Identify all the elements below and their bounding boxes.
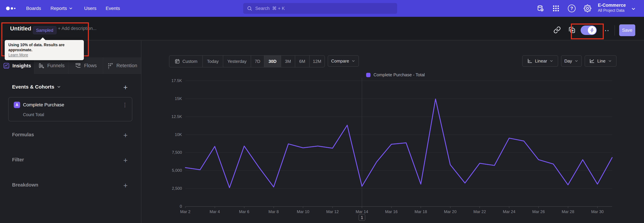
plus-glyph: + — [123, 131, 128, 140]
y-axis-label: 7,500 — [154, 150, 182, 155]
sampled-badge-label: Sampled — [36, 28, 53, 33]
chevron-down-icon — [608, 59, 612, 63]
lightning-bolt-icon — [590, 28, 594, 33]
segment-label: Today — [207, 59, 218, 64]
segment-label: 12M — [313, 59, 321, 64]
y-axis-label: 2,500 — [154, 186, 182, 191]
nav-item-users[interactable]: Users — [84, 0, 96, 17]
event-card[interactable]: A Complete Purchase Count Total ⋮ — [8, 97, 132, 121]
x-axis-label: Mar 18 — [409, 209, 432, 214]
tab-label: Insights — [12, 63, 31, 69]
add-event-button[interactable]: + — [122, 84, 129, 91]
y-axis-label: 0 — [154, 204, 182, 209]
linear-axis-icon — [527, 58, 533, 64]
nav-item-events[interactable]: Events — [106, 0, 120, 17]
x-axis-label: Mar 12 — [321, 209, 344, 214]
add-breakdown-button[interactable]: + — [122, 182, 129, 189]
event-name: Complete Purchase — [23, 102, 64, 107]
x-axis-label: Mar 16 — [380, 209, 403, 214]
range-3m[interactable]: 3M — [281, 56, 295, 67]
range-6m[interactable]: 6M — [295, 56, 309, 67]
gridline — [185, 188, 612, 189]
chevron-down-icon — [550, 59, 554, 63]
y-axis-label: 5,000 — [154, 168, 182, 173]
flows-icon — [75, 62, 81, 69]
learn-more-link[interactable]: Learn More — [8, 53, 28, 57]
project-switcher[interactable]: E-Commerce All Project Data — [598, 2, 626, 13]
range-7d[interactable]: 7D — [251, 56, 264, 67]
project-name: E-Commerce — [598, 2, 626, 8]
chart-type-dropdown[interactable]: Line — [585, 55, 616, 67]
add-description-button[interactable]: + Add description... — [58, 26, 96, 31]
data-management-icon[interactable] — [537, 5, 544, 12]
x-axis-tick — [244, 206, 244, 208]
overflow-menu-button[interactable]: ⋯ — [601, 26, 611, 35]
x-axis-label: Mar 6 — [232, 209, 256, 214]
gridline — [185, 206, 612, 207]
compare-button[interactable]: Compare — [328, 55, 359, 67]
save-button[interactable]: Save — [619, 24, 635, 36]
range-30d[interactable]: 30D — [264, 56, 281, 67]
x-axis-tick — [568, 206, 568, 208]
section-filter: Filter — [12, 157, 24, 163]
collapse-chevron-icon — [57, 85, 61, 89]
nav-item-boards[interactable]: Boards — [26, 0, 41, 17]
apps-grid-icon[interactable] — [552, 5, 560, 12]
scale-dropdown[interactable]: Linear — [522, 55, 558, 67]
help-icon[interactable]: ? — [568, 5, 576, 12]
add-filter-button[interactable]: + — [122, 157, 129, 164]
range-custom[interactable]: Custom — [170, 56, 202, 67]
events-cohorts-header[interactable]: Events & Cohorts — [12, 84, 61, 90]
x-axis-label: Mar 24 — [498, 209, 521, 214]
range-12m[interactable]: 12M — [309, 56, 324, 67]
gridline — [185, 135, 612, 135]
nav-item-label: Users — [84, 6, 96, 11]
nav-item-label: Reports — [50, 6, 67, 11]
segment-label: Yesterday — [228, 59, 247, 64]
y-axis-label: 17.5K — [154, 78, 182, 83]
search-input-wrapper[interactable] — [243, 3, 397, 14]
segment-label: Custom — [182, 59, 198, 64]
sampling-tooltip: Using 10% of data. Results are approxima… — [5, 40, 84, 60]
sampled-badge[interactable]: Sampled — [33, 26, 56, 34]
page-indicator[interactable]: 1 — [358, 214, 365, 221]
x-axis-tick — [185, 206, 186, 208]
series-line — [185, 99, 612, 188]
project-chevron-down-icon[interactable] — [631, 6, 636, 12]
event-letter-badge: A — [14, 102, 20, 108]
line-chart-icon — [589, 58, 595, 64]
range-today[interactable]: Today — [202, 56, 223, 67]
settings-gear-icon[interactable] — [584, 5, 591, 12]
titlebar-divider — [614, 25, 615, 36]
compare-label: Compare — [331, 58, 349, 64]
kebab-glyph: ⋮ — [122, 102, 128, 108]
x-axis-tick — [509, 206, 509, 208]
section-breakdown: Breakdown — [12, 182, 38, 188]
x-axis-tick — [332, 206, 333, 208]
event-metric[interactable]: Count Total — [23, 112, 44, 117]
events-cohorts-label: Events & Cohorts — [12, 84, 54, 90]
funnels-icon — [38, 62, 44, 69]
nav-item-reports[interactable]: Reports — [50, 0, 73, 17]
add-formula-button[interactable]: + — [122, 132, 129, 139]
segment-label: 6M — [299, 59, 305, 64]
search-input[interactable] — [255, 6, 394, 11]
x-axis-tick — [450, 206, 450, 208]
legend[interactable]: Complete Purchase - Total — [366, 72, 425, 77]
query-sidebar: Insights Funnels Flows Re — [0, 41, 142, 223]
y-axis-label: 10K — [154, 132, 182, 137]
event-menu-button[interactable]: ⋮ — [122, 101, 128, 108]
chart-vertical-divider — [362, 78, 362, 206]
sampling-toggle[interactable] — [580, 26, 597, 35]
copy-link-icon[interactable] — [554, 26, 561, 34]
interval-dropdown[interactable]: Day — [561, 55, 582, 67]
save-as-copy-icon[interactable] — [568, 26, 576, 34]
range-yesterday[interactable]: Yesterday — [223, 56, 251, 67]
segment-label: 30D — [268, 59, 276, 64]
tab-retention[interactable]: Retention — [103, 58, 141, 74]
y-axis-label: 12.5K — [154, 114, 182, 119]
x-axis-label: Mar 22 — [468, 209, 492, 214]
segment-label: 7D — [255, 59, 260, 64]
report-title[interactable]: Untitled — [10, 25, 31, 32]
x-axis-tick — [362, 206, 362, 208]
